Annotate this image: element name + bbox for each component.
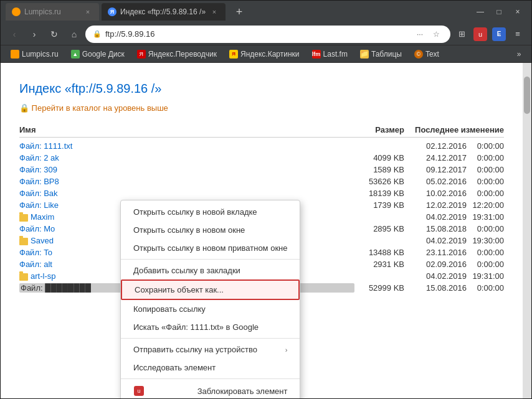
menu-button[interactable]: ≡ — [509, 26, 526, 43]
ctx-open-new-window[interactable]: Открыть ссылку в новом окне — [121, 221, 300, 239]
tab-title-lumpics: Lumpics.ru — [24, 7, 79, 16]
file-link[interactable]: Файл: Bak — [19, 189, 354, 198]
file-date: 04.02.2019 — [404, 212, 467, 222]
file-date: 05.02.2016 — [404, 177, 467, 186]
file-link[interactable]: Файл: 309 — [19, 165, 354, 174]
ctx-save-as[interactable]: Сохранить объект как... — [121, 279, 300, 300]
nav-extra: ⊞ u E ≡ — [453, 26, 526, 43]
maximize-button[interactable]: □ — [490, 4, 508, 19]
folder-icon — [19, 273, 28, 281]
tab-favicon-lumpics — [12, 7, 21, 16]
scrollbar[interactable] — [523, 63, 531, 398]
ctx-block[interactable]: u Заблокировать элемент — [121, 381, 300, 398]
file-time: 0:00:00 — [467, 141, 504, 151]
window-controls: — □ × — [472, 4, 526, 19]
file-link[interactable]: Файл: 2 ak — [19, 153, 354, 162]
bookmark-label-yandex-images: Яндекс.Картинки — [240, 50, 300, 59]
file-size: 13488 KB — [354, 248, 404, 257]
tab-favicon-ftp: Я — [108, 7, 116, 16]
bookmarks-more-button[interactable]: » — [511, 47, 526, 62]
bookmark-yandex-translate[interactable]: Я Яндекс.Переводчик — [132, 49, 222, 60]
bookmark-label-lastfm: Last.fm — [323, 50, 348, 59]
minimize-button[interactable]: — — [472, 4, 489, 19]
ctx-copy-link[interactable]: Копировать ссылку — [121, 300, 300, 318]
up-link[interactable]: 🔒 Перейти в каталог на уровень выше — [19, 103, 504, 113]
bookmark-lastfm[interactable]: lfm Last.fm — [307, 49, 353, 60]
back-button[interactable]: ‹ — [6, 26, 23, 43]
file-size: 4099 KB — [354, 153, 404, 162]
file-time: 0:00:00 — [467, 189, 504, 198]
file-link[interactable]: Файл: 1111.txt — [19, 141, 354, 151]
shield-small-icon: u — [134, 386, 144, 396]
browser-window: Lumpics.ru × Я Индекс «ftp://5.9.89.16 /… — [0, 0, 532, 399]
more-button[interactable]: ··· — [413, 27, 427, 41]
bookmark-label-gdrive: Google Диск — [82, 50, 125, 59]
bookmark-yandex-images[interactable]: Я Яндекс.Картинки — [224, 49, 305, 60]
forward-button[interactable]: › — [26, 26, 43, 43]
file-date: 12.02.2019 — [404, 200, 467, 210]
file-time: 0:00:00 — [467, 165, 504, 174]
file-link[interactable]: Файл: BP8 — [19, 177, 354, 186]
file-row: Файл: BP8 53626 KB 05.02.2016 0:00:00 — [19, 176, 504, 187]
title-slash: /» — [148, 82, 161, 95]
bookmark-favicon-gdrive: ▲ — [71, 50, 80, 59]
ctx-send-to-device[interactable]: Отправить ссылку на устройство › — [121, 340, 300, 359]
ctx-separator-3 — [121, 378, 300, 379]
ctx-open-private[interactable]: Открыть ссылку в новом приватном окне — [121, 239, 300, 257]
shield-nav-icon[interactable]: u — [472, 26, 489, 43]
title-bar: Lumpics.ru × Я Индекс «ftp://5.9.89.16 /… — [1, 1, 531, 23]
address-actions: ··· ☆ — [413, 27, 443, 41]
ext-square-icon: E — [492, 27, 506, 41]
bookmark-lumpics[interactable]: Lumpics.ru — [6, 49, 64, 60]
bookmark-text[interactable]: © Text — [409, 49, 444, 60]
tab-title-ftp: Индекс «ftp://5.9.89.16 /» — [120, 7, 206, 16]
ctx-open-new-tab[interactable]: Открыть ссылку в новой вкладке — [121, 203, 300, 221]
bookmark-gdrive[interactable]: ▲ Google Диск — [66, 49, 130, 60]
file-time: 0:00:00 — [467, 224, 504, 233]
file-table-header: Имя Размер Последнее изменение — [19, 123, 504, 138]
file-time: 0:00:00 — [467, 283, 504, 293]
ctx-search-google[interactable]: Искать «Файл: 1111.txt» в Google — [121, 318, 300, 336]
new-tab-button[interactable]: + — [230, 3, 248, 21]
file-size: 18139 KB — [354, 189, 404, 198]
address-bar[interactable]: 🔒 ftp://5.9.89.16 ··· ☆ — [85, 26, 450, 43]
bookmarks-bar: Lumpics.ru ▲ Google Диск Я Яндекс.Перево… — [1, 45, 531, 63]
file-size: 1739 KB — [354, 200, 404, 210]
file-row: Файл: 1111.txt 02.12.2016 0:00:00 — [19, 140, 504, 152]
ctx-inspect[interactable]: Исследовать элемент — [121, 359, 300, 377]
file-date: 15.08.2016 — [404, 283, 467, 293]
bookmark-favicon-yandex-images: Я — [229, 50, 238, 59]
file-time: 0:00:00 — [467, 177, 504, 186]
extension-icon[interactable]: E — [490, 26, 508, 43]
file-size: 1589 KB — [354, 165, 404, 174]
bookmark-tables[interactable]: 📁 Таблицы — [355, 49, 407, 60]
tab-lumpics[interactable]: Lumpics.ru × — [6, 3, 99, 21]
file-time: 19:31:00 — [467, 212, 504, 222]
bookmark-favicon-yandex-translate: Я — [137, 50, 146, 59]
scrollbar-thumb[interactable] — [524, 77, 530, 114]
refresh-button[interactable]: ↻ — [45, 26, 63, 43]
file-size: 52999 KB — [354, 283, 404, 293]
tab-ftp[interactable]: Я Индекс «ftp://5.9.89.16 /» × — [102, 3, 226, 21]
bookmark-label-yandex-translate: Яндекс.Переводчик — [148, 50, 217, 59]
file-date: 10.02.2016 — [404, 189, 467, 198]
file-time: 12:20:00 — [467, 200, 504, 210]
ublock-icon: u — [473, 27, 487, 41]
file-time: 19:30:00 — [467, 236, 504, 245]
sidebar-icon[interactable]: ⊞ — [453, 26, 470, 43]
ctx-arrow-icon: › — [285, 346, 288, 354]
home-button[interactable]: ⌂ — [65, 26, 83, 43]
tab-close-ftp[interactable]: × — [209, 7, 219, 17]
col-name-header: Имя — [19, 125, 354, 134]
ctx-add-bookmark[interactable]: Добавить ссылку в закладки — [121, 261, 300, 279]
file-row: Файл: 309 1589 KB 09.12.2017 0:00:00 — [19, 164, 504, 176]
file-date: 04.02.2019 — [404, 271, 467, 281]
tab-close-lumpics[interactable]: × — [83, 7, 93, 17]
file-row: Файл: Bak 18139 KB 10.02.2016 0:00:00 — [19, 187, 504, 199]
folder-icon — [19, 238, 28, 245]
bookmark-favicon-tables: 📁 — [360, 50, 369, 59]
ctx-separator-2 — [121, 338, 300, 339]
folder-icon — [19, 214, 28, 222]
star-button[interactable]: ☆ — [429, 27, 443, 41]
close-button[interactable]: × — [509, 4, 526, 19]
